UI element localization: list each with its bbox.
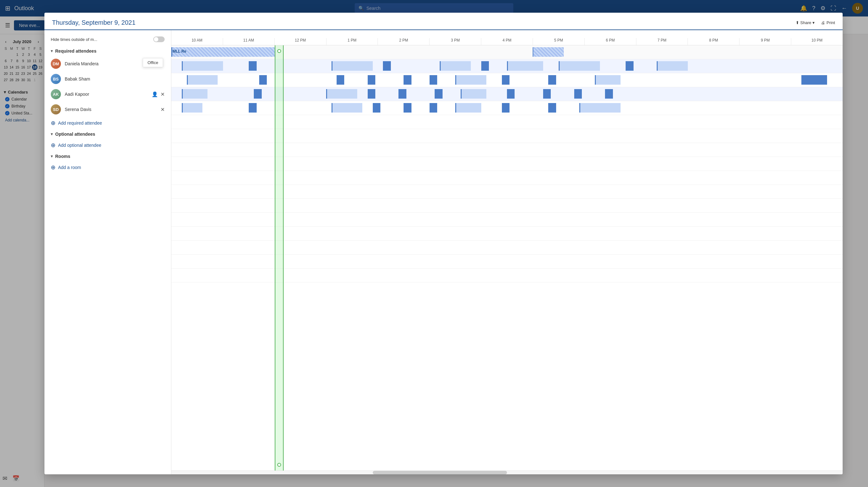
print-label: Print [827,20,835,25]
modal-date-title: Thursday, September 9, 2021 [52,19,135,26]
busy-daniela-6 [481,61,489,71]
hide-times-row: Hide times outside of m... [44,34,171,46]
timeline-row-babak [171,73,843,87]
time-slot-9pm: 9 PM [739,38,791,45]
timeline-row-empty-4 [171,157,843,171]
timeline-row-empty-8 [171,213,843,227]
required-section-label: Required attendees [55,48,96,54]
modal-header: Thursday, September 9, 2021 ⬆ Share ▾ 🖨 … [44,13,843,30]
time-slot-2pm: 2 PM [377,38,429,45]
attendee-name-babak: Babak Sham [65,76,165,82]
busy-aadi-5 [399,89,406,99]
share-icon: ⬆ [796,20,799,25]
time-slot-8pm: 8 PM [687,38,739,45]
printer-icon: 🖨 [821,20,825,25]
busy-daniela-1 [182,61,223,71]
mll-busy-striped-2 [533,47,564,57]
busy-daniela-5 [440,61,471,71]
attendees-panel: Hide times outside of m... ▾ Required at… [44,30,171,474]
busy-daniela-3 [332,61,373,71]
add-required-label: Add required attendee [58,121,102,126]
busy-serena-2 [249,103,256,112]
hide-times-toggle[interactable] [153,36,165,42]
attendee-row-serena: SD Serena Davis ✕ [44,102,171,117]
timeline-row-empty-11 [171,255,843,268]
busy-babak-3 [337,75,344,85]
chevron-down-icon: ▾ [51,132,53,136]
timeline-row-daniela [171,59,843,73]
busy-babak-7 [455,75,486,85]
busy-aadi-4 [368,89,375,99]
busy-babak-9 [548,75,556,85]
remove-aadi-button[interactable]: ✕ [160,91,165,97]
person-icon[interactable]: 👤 [152,91,158,97]
print-button[interactable]: 🖨 Print [821,20,835,25]
busy-aadi-6 [435,89,442,99]
add-required-attendee-link[interactable]: ⊕ Add required attendee [44,117,171,129]
busy-serena-8 [502,103,509,112]
time-slot-3pm: 3 PM [429,38,481,45]
busy-babak-11 [801,75,827,85]
rooms-section-label: Rooms [55,154,70,159]
timeline-row-empty-10 [171,241,843,255]
busy-babak-5 [404,75,411,85]
add-circle-icon: ⊕ [51,120,56,127]
modal-body: Hide times outside of m... ▾ Required at… [44,30,843,474]
time-slot-6pm: 6 PM [584,38,636,45]
busy-babak-8 [502,75,509,85]
add-room-link[interactable]: ⊕ Add a room [44,161,171,173]
busy-aadi-2 [254,89,261,99]
timeline-panel: 10 AM 11 AM 12 PM 1 PM 2 PM 3 PM 4 PM 5 … [171,30,843,474]
busy-aadi-3 [326,89,357,99]
busy-aadi-9 [543,89,551,99]
busy-daniela-4 [383,61,391,71]
horizontal-scrollbar[interactable] [171,470,843,474]
busy-serena-7 [455,103,481,112]
remove-serena-button[interactable]: ✕ [160,106,165,112]
busy-daniela-8 [559,61,600,71]
required-section-header[interactable]: ▾ Required attendees [44,46,171,56]
busy-serena-10 [579,103,621,112]
attendee-avatar-daniela: DM [51,59,61,69]
time-slot-1pm: 1 PM [326,38,378,45]
mll-label: MLL Re [173,49,186,54]
chevron-down-icon: ▾ [51,49,53,53]
add-room-label: Add a room [58,165,81,170]
busy-aadi-8 [507,89,515,99]
office-tooltip: Office [143,58,163,67]
share-button[interactable]: ⬆ Share ▾ [796,20,815,25]
busy-aadi-10 [574,89,582,99]
busy-serena-6 [430,103,437,112]
time-slot-7pm: 7 PM [636,38,688,45]
current-time-dot-bottom [277,463,281,467]
timeline-row-empty-3 [171,143,843,157]
time-slot-10am: 10 AM [171,38,223,45]
time-slot-5pm: 5 PM [533,38,584,45]
time-slot-11am: 11 AM [223,38,274,45]
busy-babak-4 [368,75,375,85]
attendee-name-serena: Serena Davis [65,107,157,112]
aadi-actions: 👤 ✕ [152,91,165,97]
busy-serena-3 [332,103,363,112]
busy-daniela-2 [249,61,256,71]
add-circle-icon: ⊕ [51,164,56,171]
chevron-down-icon: ▾ [51,154,53,159]
mll-busy-striped-1 [171,47,275,57]
attendee-name-aadi: Aadi Kapoor [65,92,148,97]
hide-times-label: Hide times outside of m... [51,37,97,42]
busy-daniela-9 [626,61,633,71]
optional-section-header[interactable]: ▾ Optional attendees [44,129,171,139]
add-optional-attendee-link[interactable]: ⊕ Add optional attendee [44,139,171,151]
mll-header-row: MLL Re [171,45,843,59]
timeline-row-aadi [171,87,843,101]
timeline-row-empty-9 [171,227,843,241]
busy-serena-1 [182,103,203,112]
timeline-row-serena [171,101,843,115]
busy-aadi-1 [182,89,208,99]
serena-actions: ✕ [160,106,165,112]
busy-serena-4 [373,103,380,112]
scrollbar-thumb[interactable] [373,471,507,474]
scheduling-assistant-modal: Thursday, September 9, 2021 ⬆ Share ▾ 🖨 … [44,13,843,474]
busy-daniela-7 [507,61,543,71]
rooms-section-header[interactable]: ▾ Rooms [44,151,171,161]
